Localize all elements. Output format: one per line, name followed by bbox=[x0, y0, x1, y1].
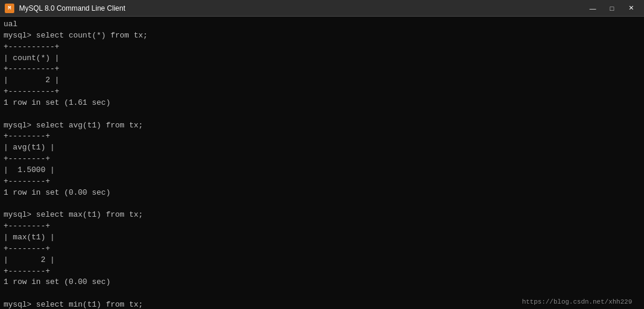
title-bar: M MySQL 8.0 Command Line Client — □ ✕ bbox=[0, 0, 644, 17]
minimize-button[interactable]: — bbox=[584, 2, 601, 14]
watermark: https://blog.csdn.net/xhh229 bbox=[522, 298, 632, 307]
terminal-content: ual mysql> select count(*) from tx; +---… bbox=[4, 19, 640, 309]
terminal-window[interactable]: ual mysql> select count(*) from tx; +---… bbox=[0, 17, 644, 309]
app-icon: M bbox=[5, 4, 14, 13]
maximize-button[interactable]: □ bbox=[603, 2, 620, 14]
close-button[interactable]: ✕ bbox=[623, 2, 639, 14]
title-bar-left: M MySQL 8.0 Command Line Client bbox=[5, 4, 125, 13]
window-title: MySQL 8.0 Command Line Client bbox=[19, 4, 125, 13]
window-controls: — □ ✕ bbox=[584, 2, 639, 14]
